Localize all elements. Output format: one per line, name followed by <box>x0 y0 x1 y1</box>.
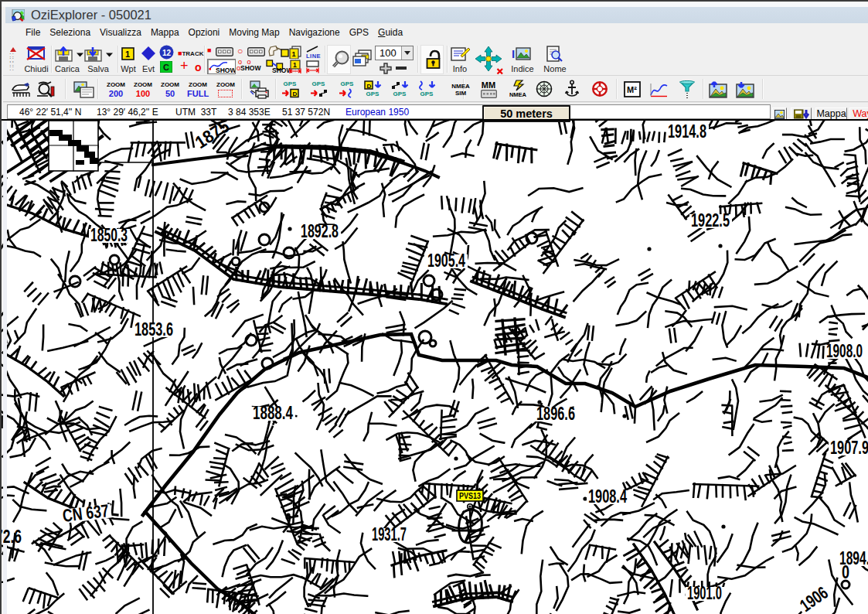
svg-text:PVS13: PVS13 <box>459 492 481 500</box>
svg-text:1853.6: 1853.6 <box>134 319 173 339</box>
svg-text:12: 12 <box>162 49 172 57</box>
svg-text:1888.4: 1888.4 <box>253 403 293 423</box>
svg-text:1: 1 <box>125 49 130 59</box>
svg-text:1: 1 <box>292 50 296 58</box>
svg-text:1905.4: 1905.4 <box>427 251 465 271</box>
svg-text:1907.9: 1907.9 <box>830 438 868 458</box>
svg-text:1901.0: 1901.0 <box>687 583 722 603</box>
svg-text:1914.8: 1914.8 <box>668 121 706 142</box>
svg-text:0: 0 <box>842 562 849 582</box>
svg-text:1850.3: 1850.3 <box>90 225 128 245</box>
svg-text:D: D <box>293 90 298 97</box>
svg-text:LINE: LINE <box>306 53 321 59</box>
svg-text:M²: M² <box>627 85 637 94</box>
svg-text:I: I <box>512 47 515 60</box>
svg-text:1896.6: 1896.6 <box>536 404 575 424</box>
svg-text:C: C <box>163 63 169 72</box>
svg-text:72.6: 72.6 <box>2 527 22 547</box>
svg-text:SHOW: SHOW <box>216 67 235 74</box>
svg-text:1: 1 <box>293 61 297 69</box>
svg-text:1908.4: 1908.4 <box>588 486 627 507</box>
svg-text:D: D <box>367 83 372 90</box>
svg-text:1922.5: 1922.5 <box>691 210 730 230</box>
svg-text:1892.8: 1892.8 <box>301 221 339 241</box>
svg-text:1931.7: 1931.7 <box>372 524 407 544</box>
svg-text:1908.0: 1908.0 <box>826 341 863 361</box>
